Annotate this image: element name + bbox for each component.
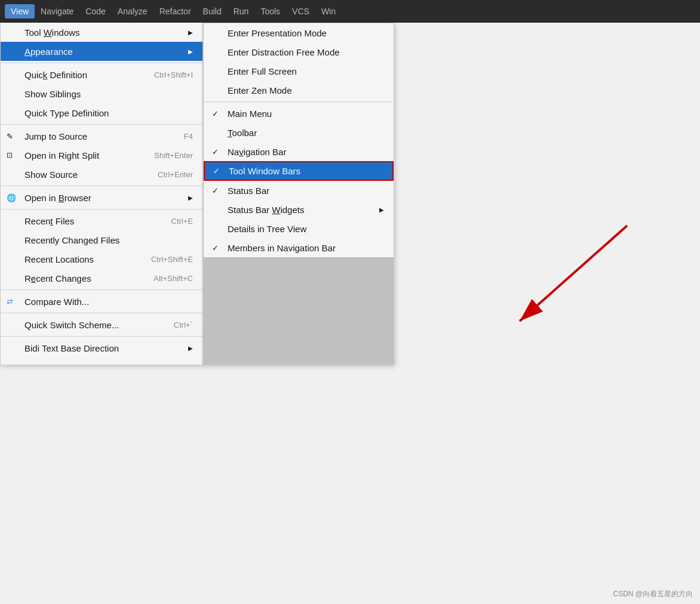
bidi-text-label: Bidi Text Base Direction	[24, 343, 119, 353]
toolbar-label: Toolbar	[228, 128, 257, 138]
submenu-enter-full-screen[interactable]: Enter Full Screen	[204, 61, 394, 81]
menu-item-recent-locations[interactable]: Recent Locations Ctrl+Shift+E	[1, 249, 202, 269]
open-right-split-icon: ⊡	[7, 151, 13, 159]
show-source-label: Show Source	[24, 170, 78, 180]
status-bar-label: Status Bar	[228, 186, 269, 196]
tool-window-bars-check: ✓	[213, 167, 220, 175]
main-menu-check: ✓	[212, 109, 219, 118]
separator-6	[1, 313, 202, 313]
menu-view[interactable]: View	[5, 4, 35, 19]
menu-item-tool-windows[interactable]: Tool Windows ▶	[1, 23, 202, 42]
recent-changes-shortcut: Alt+Shift+C	[136, 274, 193, 283]
compare-with-icon: ⇄	[7, 297, 13, 306]
menu-tools[interactable]: Tools	[254, 4, 286, 19]
enter-zen-mode-label: Enter Zen Mode	[228, 85, 292, 95]
status-bar-check: ✓	[212, 186, 219, 195]
status-bar-widgets-label: Status Bar Widgets	[228, 205, 304, 215]
status-bar-widgets-arrow: ▶	[373, 207, 384, 213]
recent-locations-shortcut: Ctrl+Shift+E	[133, 255, 193, 264]
submenu-members-in-navigation-bar[interactable]: ✓ Members in Navigation Bar	[204, 238, 394, 257]
enter-distraction-free-mode-label: Enter Distraction Free Mode	[228, 47, 340, 57]
recent-files-label: Recent Files	[24, 216, 74, 226]
menu-item-quick-definition[interactable]: Quick Definition Ctrl+Shift+I	[1, 65, 202, 84]
open-right-split-label: Open in Right Split	[24, 150, 99, 161]
separator-4	[1, 209, 202, 209]
open-in-browser-label: Open in Browser	[24, 193, 91, 203]
menu-item-show-source[interactable]: Show Source Ctrl+Enter	[1, 165, 202, 184]
menu-item-jump-to-source[interactable]: ✎ Jump to Source F4	[1, 127, 202, 146]
navigation-bar-label: Navigation Bar	[228, 147, 286, 157]
menu-item-recently-changed-files[interactable]: Recently Changed Files	[1, 230, 202, 249]
jump-to-source-shortcut: F4	[166, 132, 193, 141]
menu-item-recent-changes[interactable]: Recent Changes Alt+Shift+C	[1, 269, 202, 288]
quick-definition-shortcut: Ctrl+Shift+I	[136, 70, 193, 79]
menu-item-compare-with[interactable]: ⇄ Compare With...	[1, 292, 202, 311]
menu-navigate[interactable]: Navigate	[35, 4, 79, 19]
open-browser-icon: 🌐	[7, 193, 16, 202]
recently-changed-files-label: Recently Changed Files	[24, 235, 119, 245]
tool-windows-label: Tool Windows	[24, 27, 80, 38]
menu-item-quick-switch-scheme[interactable]: Quick Switch Scheme... Ctrl+`	[1, 315, 202, 334]
tool-window-bars-label: Tool Window Bars	[229, 166, 300, 176]
open-in-browser-arrow: ▶	[182, 195, 193, 201]
quick-definition-label: Quick Definition	[24, 70, 87, 80]
watermark: CSDN @向着五星的方向	[613, 589, 693, 599]
menu-item-show-siblings[interactable]: Show Siblings	[1, 84, 202, 103]
open-right-split-shortcut: Shift+Enter	[136, 151, 193, 160]
recent-files-shortcut: Ctrl+E	[153, 217, 193, 226]
enter-presentation-mode-label: Enter Presentation Mode	[228, 28, 327, 38]
bidi-text-arrow: ▶	[182, 345, 193, 352]
menu-win[interactable]: Win	[315, 4, 342, 19]
submenu-enter-distraction-free-mode[interactable]: Enter Distraction Free Mode	[204, 42, 394, 61]
details-in-tree-view-label: Details in Tree View	[228, 224, 306, 234]
submenu-status-bar-widgets[interactable]: Status Bar Widgets ▶	[204, 200, 394, 219]
show-source-shortcut: Ctrl+Enter	[140, 170, 193, 179]
members-in-navigation-bar-label: Members in Navigation Bar	[228, 243, 336, 253]
tool-windows-arrow: ▶	[182, 29, 193, 36]
separator-2	[1, 124, 202, 125]
jump-to-source-icon: ✎	[7, 132, 13, 141]
submenu-enter-presentation-mode[interactable]: Enter Presentation Mode	[204, 23, 394, 42]
submenu-main-menu[interactable]: ✓ Main Menu	[204, 104, 394, 123]
quick-type-definition-label: Quick Type Definition	[24, 108, 109, 118]
show-siblings-label: Show Siblings	[24, 89, 81, 99]
enter-full-screen-label: Enter Full Screen	[228, 66, 297, 76]
menu-code[interactable]: Code	[79, 4, 111, 19]
appearance-label: Appearance	[24, 47, 73, 57]
quick-switch-scheme-shortcut: Ctrl+`	[156, 321, 193, 329]
main-menu-label: Main Menu	[228, 109, 272, 119]
separator-1	[1, 63, 202, 63]
compare-with-label: Compare With...	[24, 297, 89, 307]
menu-build[interactable]: Build	[197, 4, 228, 19]
submenu-details-in-tree-view[interactable]: Details in Tree View	[204, 219, 394, 238]
submenu-separator-1	[204, 101, 394, 102]
separator-5	[1, 289, 202, 290]
menu-bar: View Navigate Code Analyze Refactor Buil…	[0, 0, 700, 23]
menu-item-open-in-browser[interactable]: 🌐 Open in Browser ▶	[1, 188, 202, 207]
menu-item-quick-type-definition[interactable]: Quick Type Definition	[1, 103, 202, 122]
appearance-submenu: Enter Presentation Mode Enter Distractio…	[203, 23, 394, 365]
recent-locations-label: Recent Locations	[24, 254, 94, 264]
view-menu: Tool Windows ▶ Appearance ▶ Quick Defini…	[0, 23, 203, 365]
menu-item-appearance[interactable]: Appearance ▶	[1, 42, 202, 61]
submenu-toolbar[interactable]: Toolbar	[204, 123, 394, 142]
submenu-enter-zen-mode[interactable]: Enter Zen Mode	[204, 81, 394, 100]
submenu-navigation-bar[interactable]: ✓ Navigation Bar	[204, 142, 394, 161]
gray-area	[204, 257, 394, 365]
menu-item-open-right-split[interactable]: ⊡ Open in Right Split Shift+Enter	[1, 146, 202, 165]
submenu-tool-window-bars[interactable]: ✓ Tool Window Bars	[204, 161, 394, 181]
dropdown-area: Tool Windows ▶ Appearance ▶ Quick Defini…	[0, 23, 394, 365]
svg-line-0	[520, 226, 627, 321]
members-in-navigation-bar-check: ✓	[212, 244, 219, 252]
menu-run[interactable]: Run	[228, 4, 255, 19]
menu-item-recent-files[interactable]: Recent Files Ctrl+E	[1, 211, 202, 230]
appearance-arrow: ▶	[182, 48, 193, 55]
separator-3	[1, 186, 202, 186]
menu-vcs[interactable]: VCS	[286, 4, 315, 19]
quick-switch-scheme-label: Quick Switch Scheme...	[24, 320, 119, 330]
menu-analyze[interactable]: Analyze	[112, 4, 153, 19]
menu-item-bidi-text[interactable]: Bidi Text Base Direction ▶	[1, 338, 202, 358]
jump-to-source-label: Jump to Source	[24, 131, 87, 141]
menu-refactor[interactable]: Refactor	[153, 4, 197, 19]
submenu-status-bar[interactable]: ✓ Status Bar	[204, 181, 394, 200]
